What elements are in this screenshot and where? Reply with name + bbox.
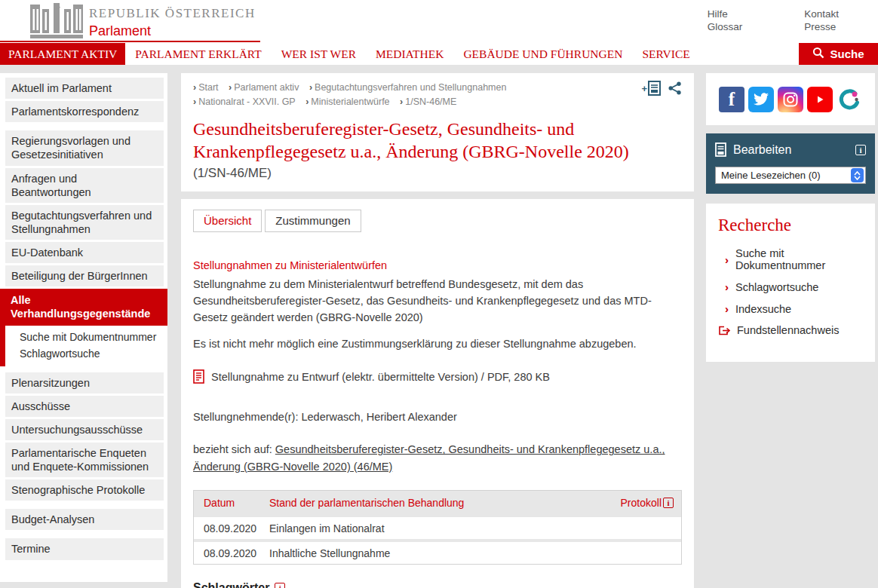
header-datum: Datum — [194, 497, 269, 509]
research-title: Recherche — [718, 216, 864, 235]
sidebar-sub-dokumentnummer[interactable]: Suche mit Dokumentnummer — [5, 329, 167, 345]
page-body: Aktuell im Parlament Parlamentskorrespon… — [0, 65, 878, 588]
chevron-icon: › — [725, 302, 729, 315]
breadcrumb-document-number[interactable]: 1/SN-46/ME — [405, 96, 456, 107]
site-header: REPUBLIK ÖSTERREICH Parlament Hilfe Glos… — [0, 0, 878, 43]
content-card: Übersicht Zustimmungen Stellungnahmen zu… — [181, 199, 694, 588]
cell-date: 08.09.2020 — [194, 522, 269, 534]
main-nav: PARLAMENT AKTIV PARLAMENT ERKLÄRT WER IS… — [0, 43, 878, 65]
chevron-icon: › — [309, 82, 312, 93]
brand-republic: REPUBLIK ÖSTERREICH — [89, 6, 256, 21]
twitter-icon[interactable] — [748, 87, 774, 112]
edit-box: Bearbeiten i Meine Lesezeichen (0) — [706, 133, 875, 194]
nav-wer-ist-wer[interactable]: WER IST WER — [272, 43, 366, 65]
sidebar-item-begutachtung[interactable]: Begutachtungsverfahren und Stellungnahme… — [5, 205, 164, 240]
plus-icon: + — [641, 83, 647, 94]
tab-uebersicht[interactable]: Übersicht — [193, 210, 262, 232]
bookmarks-select-value: Meine Lesezeichen (0) — [716, 170, 851, 181]
research-link-schlagwortsuche[interactable]: › Schlagwortsuche — [718, 280, 864, 293]
brand-text: REPUBLIK ÖSTERREICH Parlament — [89, 6, 256, 39]
research-link-indexsuche[interactable]: › Indexsuche — [718, 302, 864, 315]
open-data-icon[interactable] — [837, 87, 862, 112]
social-links-box: f — [706, 73, 875, 125]
breadcrumb-parlament-aktiv[interactable]: Parlament aktiv — [234, 82, 299, 93]
edit-box-title: Bearbeiten — [733, 143, 791, 157]
breadcrumb-nationalrat[interactable]: Nationalrat - XXVII. GP — [198, 96, 296, 107]
chevron-icon: › — [193, 82, 196, 93]
research-link-dokumentnummer[interactable]: › Suche mit Dokumentnummer — [718, 247, 864, 271]
chevron-icon: › — [725, 253, 729, 266]
facebook-icon[interactable]: f — [719, 87, 744, 112]
add-to-pdf-button[interactable]: + — [641, 81, 661, 96]
keywords-heading: Schlagwörter i — [193, 581, 682, 588]
section-heading: Stellungnahmen zu Ministerialentwürfen — [193, 259, 682, 271]
sidebar-sub-schlagwortsuche[interactable]: Schlagwortsuche — [5, 345, 167, 362]
instagram-icon[interactable] — [778, 87, 803, 112]
breadcrumb: ›Start ›Parlament aktiv ›Begutachtungsve… — [193, 81, 616, 110]
table-row: 08.09.2020 Einlangen im Nationalrat — [194, 514, 681, 539]
history-table: Datum Stand der parlamentarischen Behand… — [193, 490, 682, 565]
sidebar-item-plenarsitzungen[interactable]: Plenarsitzungen — [5, 372, 164, 394]
link-glossar[interactable]: Glossar — [708, 21, 743, 32]
sidebar-item-eu-datenbank[interactable]: EU-Datenbank — [5, 242, 164, 263]
research-link-fundstellennachweis[interactable]: Fundstellennachweis — [718, 324, 864, 336]
page-title: Gesundheitsberuferegister-Gesetz, Gesund… — [193, 118, 682, 164]
sidebar-item-regierungsvorlagen[interactable]: Regierungsvorlagen und Gesetzesinitiativ… — [5, 130, 164, 165]
cell-stand: Inhaltliche Stellungnahme — [269, 547, 603, 559]
nav-service[interactable]: SERVICE — [632, 43, 699, 65]
tab-zustimmungen[interactable]: Zustimmungen — [265, 210, 361, 232]
nav-parlament-aktiv[interactable]: PARLAMENT AKTIV — [0, 43, 125, 65]
link-presse[interactable]: Presse — [804, 21, 839, 32]
pdf-attachment-link[interactable]: Stellungnahme zu Entwurf (elektr. übermi… — [193, 369, 682, 384]
breadcrumb-begutachtung[interactable]: Begutachtungsverfahren und Stellungnahme… — [315, 82, 506, 93]
chevron-icon: › — [400, 96, 403, 107]
history-table-header: Datum Stand der parlamentarischen Behand… — [194, 491, 681, 514]
sidebar-item-verhandlungsgegenstaende[interactable]: Alle Verhandlungsgegenstände — [0, 289, 167, 325]
cell-date: 08.09.2020 — [194, 547, 269, 559]
nav-parlament-erklaert[interactable]: PARLAMENT ERKLÄRT — [125, 43, 271, 65]
sidebar-item-untersuchungsausschuesse[interactable]: Untersuchungsausschüsse — [5, 419, 164, 440]
link-hilfe[interactable]: Hilfe — [708, 8, 743, 20]
breadcrumb-start[interactable]: Start — [198, 82, 218, 93]
search-button[interactable]: Suche — [799, 43, 878, 65]
sidebar-subgroup: Suche mit Dokumentnummer Schlagwortsuche — [0, 326, 167, 366]
chevron-icon: › — [725, 280, 729, 293]
title-card: ›Start ›Parlament aktiv ›Begutachtungsve… — [181, 73, 694, 191]
description-paragraph: Stellungnahme zu dem Ministerialentwurf … — [193, 277, 682, 326]
parliament-logo[interactable] — [30, 3, 83, 42]
chevron-icon: › — [229, 82, 232, 93]
tab-bar: Übersicht Zustimmungen — [193, 210, 682, 232]
refers-line: bezieht sich auf: Gesundheitsberuferegis… — [193, 441, 676, 475]
search-icon — [812, 47, 824, 61]
sidebar-item-ausschuesse[interactable]: Ausschüsse — [5, 396, 164, 417]
sidebar-item-termine[interactable]: Termine — [5, 538, 164, 559]
info-icon[interactable]: i — [855, 145, 866, 155]
breadcrumb-ministerialentwuerfe[interactable]: Ministerialentwürfe — [311, 96, 389, 107]
sidebar-item-korrespondenz[interactable]: Parlamentskorrespondenz — [5, 101, 164, 122]
sidebar-item-aktuell[interactable]: Aktuell im Parlament — [5, 78, 164, 99]
notice-text: Es ist nicht mehr möglich eine Zustimmun… — [193, 338, 682, 350]
info-icon[interactable]: i — [275, 583, 285, 588]
youtube-icon[interactable] — [807, 87, 833, 112]
share-icon — [668, 81, 682, 95]
left-sidebar: Aktuell im Parlament Parlamentskorrespon… — [0, 73, 167, 582]
page-subtitle: (1/SN-46/ME) — [193, 166, 682, 181]
sidebar-item-protokolle[interactable]: Stenographische Protokolle — [5, 479, 164, 501]
info-icon[interactable]: i — [663, 498, 674, 508]
sidebar-item-anfragen[interactable]: Anfragen und Beantwortungen — [5, 168, 164, 203]
keywords-heading-label: Schlagwörter — [193, 581, 269, 588]
document-icon — [648, 81, 661, 96]
bookmarks-select[interactable]: Meine Lesezeichen (0) — [715, 167, 866, 184]
sidebar-item-beteiligung[interactable]: Beteiligung der BürgerInnen — [5, 265, 164, 286]
nav-mediathek[interactable]: MEDIATHEK — [366, 43, 453, 65]
share-button[interactable] — [668, 81, 682, 95]
sidebar-item-budget[interactable]: Budget-Analysen — [5, 509, 164, 530]
sidebar-item-enqueten[interactable]: Parlamentarische Enqueten und Enquete-Ko… — [5, 443, 164, 477]
refers-prefix: bezieht sich auf: — [193, 443, 275, 455]
nav-gebaeude[interactable]: GEBÄUDE UND FÜHRUNGEN — [453, 43, 632, 65]
link-kontakt[interactable]: Kontakt — [804, 8, 839, 20]
chevron-icon: › — [305, 96, 309, 107]
edit-box-header: Bearbeiten i — [715, 142, 866, 157]
table-row: 08.09.2020 Inhaltliche Stellungnahme — [194, 539, 681, 564]
cell-stand: Einlangen im Nationalrat — [269, 522, 603, 534]
